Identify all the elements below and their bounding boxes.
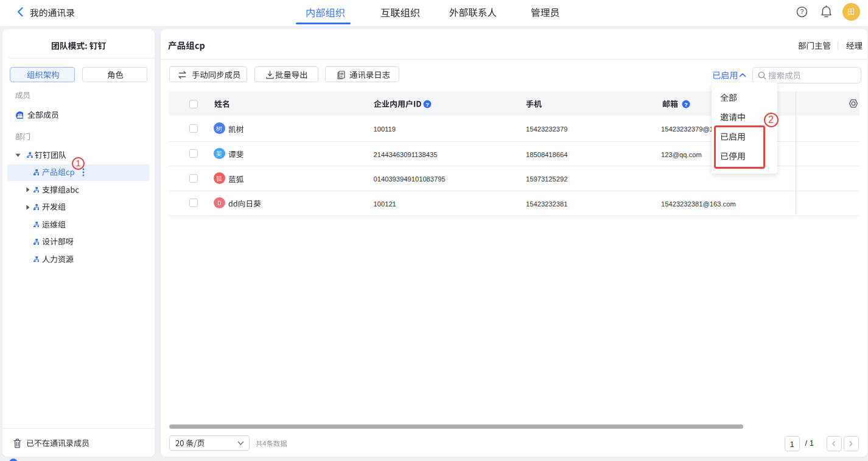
svg-text:?: ? [425, 100, 429, 107]
svg-text:?: ? [800, 8, 803, 15]
svg-text:?: ? [684, 100, 688, 107]
